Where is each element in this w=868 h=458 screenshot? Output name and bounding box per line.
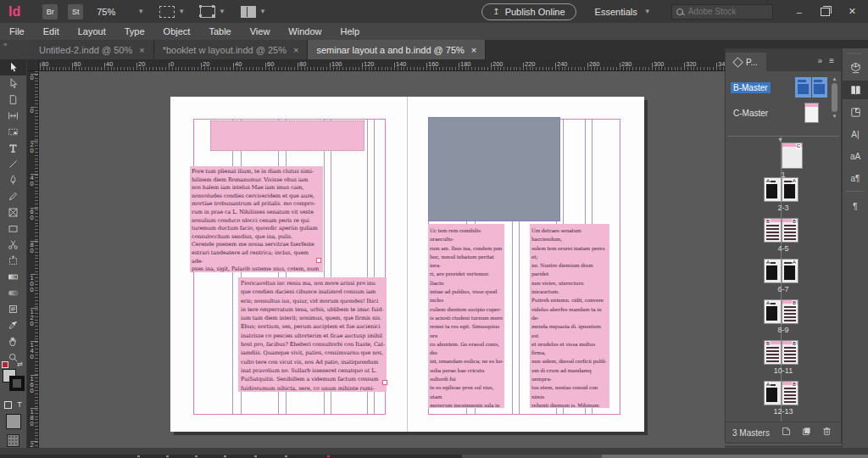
tab-close-icon[interactable]: ×: [293, 45, 298, 55]
chevron-down-icon[interactable]: ▼: [137, 8, 144, 15]
page-tool[interactable]: [0, 92, 26, 108]
layers-panel-icon[interactable]: [843, 103, 868, 121]
page-thumbnail[interactable]: B: [764, 340, 782, 365]
menu-object[interactable]: Object: [154, 26, 200, 36]
fill-stroke-widget[interactable]: ⇄: [0, 368, 26, 399]
master-thumbnail[interactable]: [795, 77, 827, 98]
create-new-page-button[interactable]: [801, 425, 812, 440]
screen-mode-button[interactable]: [7, 434, 19, 447]
zoom-level-value[interactable]: 75%: [97, 7, 115, 17]
publish-online-button[interactable]: ↥ Publish Online: [481, 3, 576, 20]
text-frame-2[interactable]: Pioricavoltus inc reniu ma, nos more ari…: [238, 277, 387, 392]
master-thumbnail[interactable]: [804, 103, 819, 123]
formatting-affects-text-icon[interactable]: T: [17, 400, 22, 409]
spread-row[interactable]: AB: [764, 299, 798, 324]
apply-color-button[interactable]: [6, 414, 21, 429]
spread-row[interactable]: AA: [764, 259, 798, 283]
menu-file[interactable]: File: [0, 26, 34, 36]
note-tool[interactable]: [0, 301, 26, 317]
page-thumbnail[interactable]: B: [782, 299, 799, 324]
pencil-tool[interactable]: [0, 188, 26, 204]
page-spread[interactable]: Fore tum plienat ilium, te in diam clutu…: [170, 97, 644, 432]
dock-grip[interactable]: [848, 50, 863, 57]
selection-tool[interactable]: [0, 59, 26, 75]
page-thumbnail[interactable]: A: [764, 381, 782, 405]
chevron-down-icon[interactable]: ▼: [259, 8, 266, 15]
master-name[interactable]: B-Master: [731, 82, 771, 93]
master-page-row[interactable]: C-Master: [726, 100, 841, 126]
text-frame-1[interactable]: Fore tum plienat ilium, te in diam clutu…: [190, 166, 323, 272]
vertical-ruler[interactable]: 0020406080100120140160180200: [27, 71, 39, 448]
free-transform-tool[interactable]: [0, 253, 26, 269]
pages-panel-tab[interactable]: P...: [726, 53, 766, 71]
scrollbar-thumb[interactable]: [832, 83, 837, 112]
document-tab[interactable]: seminar layout a and b.indd @ 75%×: [308, 40, 486, 59]
page-thumbnail[interactable]: A: [782, 177, 799, 202]
collapse-panel-icon[interactable]: »: [818, 56, 823, 65]
page-thumbnail[interactable]: A: [764, 299, 782, 324]
page-thumbnail[interactable]: B: [782, 218, 799, 243]
menu-edit[interactable]: Edit: [34, 26, 69, 36]
document-tab[interactable]: Untitled-2.indd @ 50%×: [31, 40, 154, 59]
content-collector-tool[interactable]: [0, 124, 26, 140]
minimize-button[interactable]: –: [797, 7, 802, 17]
paragraph-styles-panel-icon[interactable]: a¶: [843, 169, 868, 187]
character-styles-panel-icon[interactable]: aA: [843, 147, 868, 165]
panel-menu-icon[interactable]: ≡: [829, 56, 834, 65]
swap-fill-stroke-icon[interactable]: ⇄: [17, 360, 23, 368]
master-page-row[interactable]: B-Master: [726, 75, 841, 100]
horizontal-ruler[interactable]: 8060402002040608010012014016018020022024…: [39, 59, 725, 71]
page-thumbnail[interactable]: B: [782, 381, 799, 405]
workspace-switcher[interactable]: Essentials ▼: [595, 7, 651, 17]
stock-button[interactable]: St: [68, 4, 83, 20]
zoom-level-control[interactable]: 75% ▼: [97, 7, 144, 17]
menu-window[interactable]: Window: [279, 26, 331, 36]
edit-page-size-button[interactable]: [781, 425, 792, 440]
rectangle-tool[interactable]: [0, 221, 26, 237]
stroke-swatch[interactable]: [9, 376, 25, 391]
view-options-control[interactable]: ▼: [159, 6, 185, 18]
direct-selection-tool[interactable]: [0, 75, 26, 92]
bridge-button[interactable]: Br: [42, 4, 58, 20]
gradient-tool[interactable]: [0, 269, 26, 285]
arrange-documents-control[interactable]: ▼: [241, 6, 266, 18]
document-canvas[interactable]: Fore tum plienat ilium, te in diam clutu…: [39, 71, 725, 448]
masters-scrollbar[interactable]: ▲ ▼: [831, 76, 838, 132]
master-name[interactable]: C-Master: [731, 108, 771, 119]
text-outport-icon[interactable]: [382, 380, 387, 385]
adobe-stock-search[interactable]: [671, 4, 773, 20]
pages-panel-icon[interactable]: [843, 81, 868, 99]
page-thumbnail[interactable]: C: [782, 142, 803, 169]
menu-type[interactable]: Type: [115, 26, 154, 36]
chevron-down-icon[interactable]: ▼: [178, 8, 185, 15]
tools-panel-header[interactable]: »: [0, 40, 31, 59]
pen-tool[interactable]: [0, 172, 26, 188]
close-button[interactable]: ✕: [849, 6, 856, 17]
frame-tool[interactable]: [0, 204, 26, 221]
eyedropper-tool[interactable]: [0, 317, 26, 333]
cc-libraries-panel-icon[interactable]: [843, 59, 868, 77]
page-row[interactable]: ▼C1: [726, 137, 841, 177]
chevron-down-icon[interactable]: ▼: [219, 8, 225, 15]
scissors-tool[interactable]: [0, 237, 26, 253]
hand-tool[interactable]: [0, 333, 26, 349]
line-tool[interactable]: [0, 156, 26, 172]
spread-row[interactable]: AB: [764, 381, 798, 405]
scroll-up-icon[interactable]: ▲: [832, 76, 837, 81]
gray-image-frame[interactable]: [428, 117, 560, 221]
ruler-origin-corner[interactable]: [27, 59, 39, 71]
spread-row[interactable]: BB: [764, 218, 798, 243]
text-column-1[interactable]: Uc tem rem comihilis oraeculto- rum am. …: [428, 224, 504, 408]
menu-table[interactable]: Table: [199, 26, 240, 36]
delete-page-button[interactable]: [821, 425, 832, 440]
screen-mode-icon[interactable]: [200, 6, 215, 18]
page-thumbnail[interactable]: B: [782, 340, 799, 365]
page-thumbnail[interactable]: B: [764, 218, 782, 243]
view-options-icon[interactable]: [159, 6, 175, 18]
text-outport-icon[interactable]: [316, 258, 321, 263]
spread-row[interactable]: AA: [764, 177, 798, 202]
page-thumbnail[interactable]: A: [782, 259, 799, 283]
tab-close-icon[interactable]: ×: [139, 45, 144, 55]
default-swatch-icon[interactable]: [2, 361, 8, 368]
text-column-2[interactable]: Um detraes senatum hacciendum, sulem tem…: [530, 224, 609, 408]
